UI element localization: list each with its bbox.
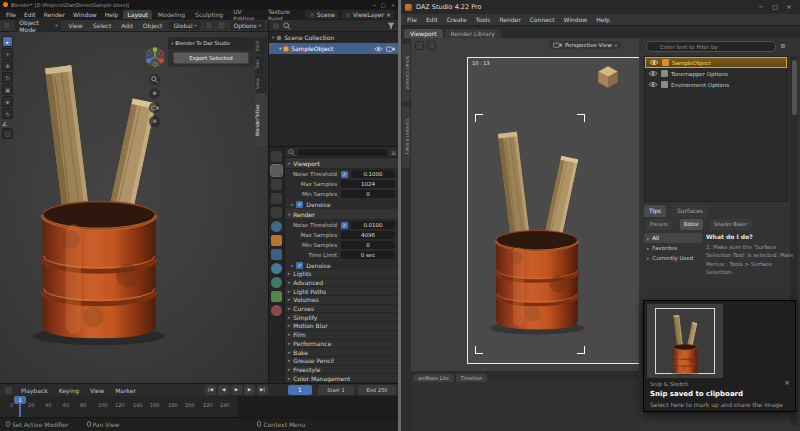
- export-selected-button[interactable]: Export Selected: [173, 52, 249, 64]
- menu-add[interactable]: Add: [118, 22, 136, 29]
- menu-create[interactable]: Create: [447, 16, 467, 23]
- scrollbar-thumb[interactable]: [792, 60, 797, 115]
- tab-viewport[interactable]: Viewport: [404, 29, 443, 38]
- section-bake[interactable]: ▸Bake: [285, 348, 399, 357]
- tab-render-library[interactable]: Render Library: [445, 29, 501, 38]
- expand-icon[interactable]: ▸: [291, 263, 293, 268]
- min-samples-value[interactable]: 0: [341, 241, 395, 249]
- world-properties-icon[interactable]: [271, 221, 282, 232]
- expand-icon[interactable]: ▾: [272, 35, 274, 40]
- remove-view-layer-icon[interactable]: ×: [386, 11, 391, 18]
- menu-connect[interactable]: Connect: [530, 16, 555, 23]
- scene-properties-icon[interactable]: [271, 207, 282, 218]
- time-limit-value[interactable]: 0 sec: [341, 251, 395, 259]
- workspace-tab-sculpting[interactable]: Sculpting: [191, 10, 227, 19]
- jump-to-start-icon[interactable]: |◀: [205, 385, 216, 395]
- view-cube[interactable]: [595, 64, 621, 90]
- surfaces-tab-editor[interactable]: Editor: [680, 219, 703, 230]
- filter-funnel-icon[interactable]: [387, 22, 395, 30]
- section-advanced[interactable]: ▸Advanced: [285, 279, 399, 288]
- denoise-checkbox[interactable]: ✓: [296, 262, 303, 269]
- select-tool-icon[interactable]: ▸: [2, 36, 13, 47]
- max-samples-value[interactable]: 1024: [341, 180, 395, 188]
- measure-tool-icon[interactable]: ∠: [2, 120, 14, 127]
- section-color-management[interactable]: ▸Color Management: [285, 374, 399, 383]
- editor-type-icon[interactable]: [272, 22, 280, 30]
- menu-help[interactable]: Help: [102, 11, 122, 18]
- section-volumes[interactable]: ▸Volumes: [285, 296, 399, 305]
- filter-all[interactable]: ▸All: [644, 233, 702, 243]
- noise-threshold-value[interactable]: 0.1000: [351, 170, 395, 178]
- viewport-denoise-row[interactable]: ▸ ✓ Denoise: [285, 199, 399, 209]
- section-freestyle[interactable]: ▸Freestyle: [285, 366, 399, 375]
- menu-select[interactable]: Select: [90, 22, 115, 29]
- editor-type-icon[interactable]: [4, 386, 13, 395]
- viewport-options-icon[interactable]: [415, 41, 424, 50]
- snap-magnet-icon[interactable]: [205, 21, 213, 30]
- filter-favorites[interactable]: ▸Favorites: [644, 243, 702, 253]
- transform-tool-icon[interactable]: ◈: [2, 96, 13, 107]
- barrel-object-render[interactable]: [487, 108, 587, 358]
- menu-window[interactable]: Window: [564, 16, 588, 23]
- object-properties-icon[interactable]: [271, 235, 282, 246]
- menu-view[interactable]: View: [65, 22, 85, 29]
- proportional-editing-icon[interactable]: [217, 21, 225, 30]
- scene-selector[interactable]: Scene: [305, 10, 339, 19]
- dock-tab-content-library[interactable]: Content Library: [402, 106, 410, 168]
- eye-icon[interactable]: [649, 59, 659, 66]
- menu-edit[interactable]: Edit: [426, 16, 438, 23]
- editor-type-icon[interactable]: [3, 21, 11, 30]
- dock-tab-smart-content[interactable]: Smart Content: [402, 44, 410, 102]
- material-properties-icon[interactable]: [271, 305, 282, 316]
- section-light-paths[interactable]: ▸Light Paths: [285, 287, 399, 296]
- options-dropdown[interactable]: Options ▾: [230, 21, 265, 30]
- section-curves[interactable]: ▸Curves: [285, 305, 399, 314]
- outliner-row-scene-collection[interactable]: ▾ Scene Collection: [269, 32, 398, 43]
- scene-search-input[interactable]: [646, 41, 776, 52]
- eye-icon[interactable]: [648, 70, 658, 77]
- snip-sketch-notification[interactable]: Snip & Sketch × Snip saved to clipboard …: [643, 300, 796, 412]
- section-film[interactable]: ▸Film: [285, 331, 399, 340]
- sidebar-tab-item[interactable]: Item: [255, 37, 267, 55]
- navigation-gizmo[interactable]: [144, 46, 166, 68]
- search-icon[interactable]: [288, 149, 295, 156]
- close-icon[interactable]: ×: [784, 379, 790, 387]
- view-layer-properties-icon[interactable]: [271, 193, 282, 204]
- pane-tab-surfaces[interactable]: Surfaces: [672, 205, 708, 217]
- noise-threshold-checkbox[interactable]: ✓: [341, 171, 348, 178]
- modifier-properties-icon[interactable]: [271, 249, 282, 260]
- pan-hand-icon[interactable]: ✥: [149, 88, 160, 99]
- jump-to-end-icon[interactable]: ▶|: [257, 385, 268, 395]
- search-icon[interactable]: [283, 22, 291, 30]
- move-tool-icon[interactable]: ✥: [2, 60, 13, 71]
- orthographic-toggle-icon[interactable]: ⊞: [149, 116, 160, 127]
- start-frame-field[interactable]: Start 1: [318, 385, 354, 395]
- output-properties-icon[interactable]: [271, 179, 282, 190]
- pane-tab-tips[interactable]: Tips: [644, 205, 666, 217]
- surfaces-tab-shader-baker[interactable]: Shader Baker: [710, 219, 752, 230]
- section-simplify[interactable]: ▸Simplify: [285, 313, 399, 322]
- scene-item-sampleobject[interactable]: SampleObject: [645, 57, 787, 68]
- section-lights[interactable]: ▸Lights: [285, 270, 399, 279]
- maximize-icon[interactable]: □: [768, 2, 782, 12]
- menu-help[interactable]: Help: [596, 16, 610, 23]
- tool-properties-icon[interactable]: [271, 151, 282, 162]
- filter-currently-used[interactable]: ▸Currently Used: [644, 253, 702, 263]
- barrel-object-render[interactable]: [28, 60, 170, 350]
- scene-item-tonemapper-options[interactable]: Tonemapper Options: [645, 68, 787, 79]
- physics-properties-icon[interactable]: [271, 277, 282, 288]
- menu-file[interactable]: File: [407, 16, 417, 23]
- sidebar-tab-tool[interactable]: Tool: [255, 56, 267, 74]
- next-frame-icon[interactable]: ▶: [244, 385, 255, 395]
- tab-animate-lite[interactable]: aniMate Lite: [413, 374, 454, 382]
- section-viewport[interactable]: ▾ Viewport: [285, 158, 399, 169]
- camera-icon[interactable]: [386, 46, 395, 52]
- render-properties-icon[interactable]: [271, 165, 282, 176]
- minimize-icon[interactable]: ─: [373, 2, 376, 8]
- menu-file[interactable]: File: [3, 11, 19, 18]
- eye-icon[interactable]: [374, 46, 383, 52]
- noise-threshold-value[interactable]: 0.0100: [351, 221, 395, 229]
- playhead-frame-badge[interactable]: 1: [14, 396, 26, 404]
- section-grease-pencil[interactable]: ▸Grease Pencil: [285, 357, 399, 366]
- workspace-tab-modeling[interactable]: Modeling: [154, 10, 189, 19]
